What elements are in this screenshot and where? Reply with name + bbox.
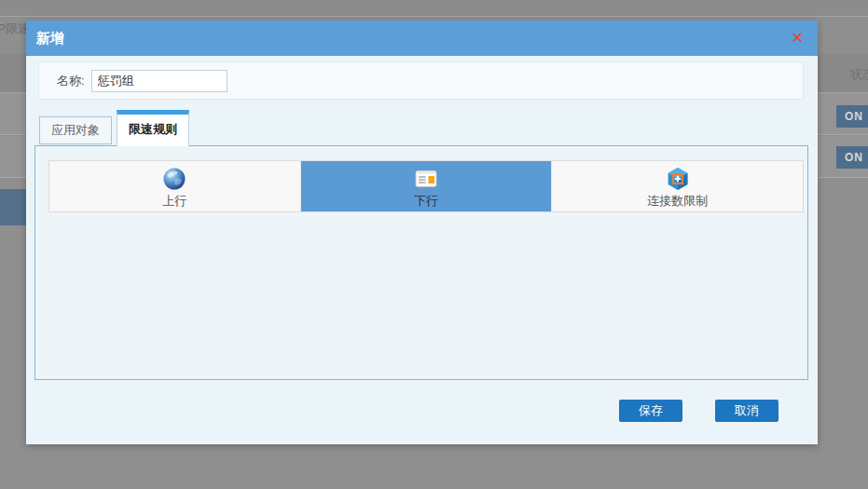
- tab-apply-object[interactable]: 应用对象: [39, 116, 112, 144]
- rate-tab-connection-limit[interactable]: 连接数限制: [551, 161, 803, 211]
- status-toggle-on[interactable]: ON: [836, 146, 868, 169]
- status-toggle-on[interactable]: ON: [836, 105, 868, 128]
- name-input[interactable]: [91, 70, 227, 92]
- dialog-titlebar: 新增 ✕: [26, 20, 818, 56]
- rate-tab-upload[interactable]: 上行: [49, 161, 300, 211]
- tab-rate-rules[interactable]: 限速规则: [117, 110, 189, 146]
- status-column-header: 状态: [850, 66, 868, 83]
- globe-icon: [162, 167, 186, 191]
- cancel-button[interactable]: 取消: [715, 400, 778, 422]
- rate-tab-upload-label: 上行: [162, 193, 186, 210]
- hexagon-plus-icon: [666, 167, 690, 191]
- rate-tab-download-label: 下行: [414, 193, 438, 210]
- rate-type-selector: 上行 下行 连接数限制: [48, 160, 804, 212]
- save-button[interactable]: 保存: [619, 400, 682, 422]
- background-selected-item: [0, 189, 26, 225]
- name-label: 名称:: [57, 73, 85, 89]
- card-icon: [414, 167, 438, 191]
- dialog-title: 新增: [36, 20, 64, 56]
- rate-tab-connection-limit-label: 连接数限制: [647, 193, 708, 210]
- background-nav-bar: [0, 0, 868, 17]
- close-icon[interactable]: ✕: [792, 20, 804, 56]
- add-dialog: 新增 ✕ 名称: 应用对象 限速规则 上行: [26, 20, 818, 444]
- rate-tab-download[interactable]: 下行: [300, 161, 552, 211]
- name-field-panel: 名称:: [38, 61, 804, 100]
